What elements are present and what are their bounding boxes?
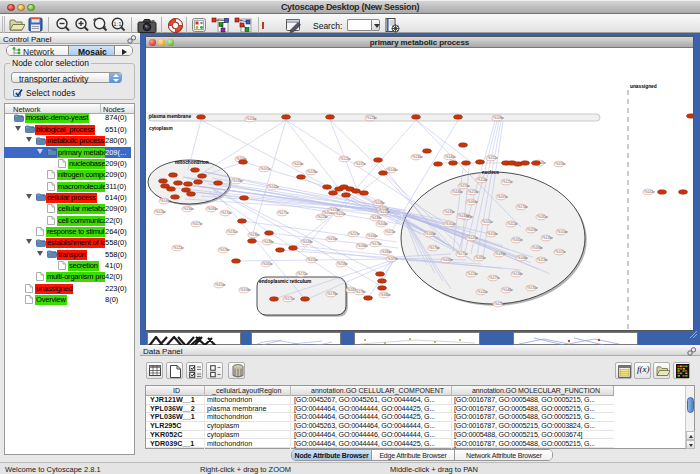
- svg-text:Yk135w: Yk135w: [527, 286, 539, 290]
- svg-text:1:1: 1:1: [113, 21, 122, 27]
- svg-text:Yk130w: Yk130w: [412, 155, 424, 159]
- svg-text:Yk118w: Yk118w: [329, 208, 340, 212]
- svg-text:Yk160w: Yk160w: [467, 200, 479, 204]
- svg-text:Yk166w: Yk166w: [357, 244, 369, 248]
- svg-text:Yk151w: Yk151w: [307, 258, 319, 262]
- svg-text:Yk114w: Yk114w: [477, 178, 488, 182]
- svg-text:Yk104w: Yk104w: [377, 222, 389, 226]
- svg-text:Yk148w: Yk148w: [502, 288, 514, 292]
- svg-text:Yk150w: Yk150w: [327, 237, 339, 241]
- svg-text:Yk149w: Yk149w: [160, 199, 172, 203]
- svg-text:Yk123w: Yk123w: [366, 116, 378, 120]
- svg-text:Yk176w: Yk176w: [429, 246, 441, 250]
- svg-text:Yk177w: Yk177w: [278, 211, 290, 215]
- svg-text:Yk128w: Yk128w: [307, 170, 319, 174]
- svg-text:Yk146w: Yk146w: [452, 190, 464, 194]
- svg-text:Yk157w: Yk157w: [349, 232, 361, 236]
- svg-text:Yk183w: Yk183w: [425, 232, 437, 236]
- svg-text:unassigned: unassigned: [630, 84, 657, 89]
- svg-text:Yk147w: Yk147w: [467, 236, 479, 240]
- svg-text:Yk152w: Yk152w: [487, 156, 499, 160]
- svg-text:Yk101w: Yk101w: [335, 212, 347, 216]
- svg-text:Yk139w: Yk139w: [371, 216, 383, 220]
- svg-text:Yk161w: Yk161w: [512, 238, 524, 242]
- svg-text:Yk136w: Yk136w: [249, 233, 261, 237]
- svg-text:plasma membrane: plasma membrane: [149, 114, 191, 119]
- svg-text:Yk180w: Yk180w: [381, 250, 393, 254]
- svg-text:Yk167w: Yk167w: [497, 195, 509, 199]
- svg-text:cytoplasm: cytoplasm: [149, 126, 173, 131]
- svg-text:Yk100w: Yk100w: [557, 230, 569, 234]
- svg-text:Yk178w: Yk178w: [327, 292, 339, 296]
- svg-text:Yk172w: Yk172w: [297, 272, 309, 276]
- svg-text:Yk137w: Yk137w: [355, 162, 367, 166]
- svg-text:Yk181w: Yk181w: [537, 215, 549, 219]
- svg-text:Yk159w: Yk159w: [555, 162, 567, 166]
- svg-text:Yk153w: Yk153w: [468, 190, 480, 194]
- svg-text:Yk116w: Yk116w: [246, 117, 257, 121]
- svg-text:Yk131w: Yk131w: [227, 230, 239, 234]
- svg-text:Yk106w: Yk106w: [517, 256, 529, 260]
- svg-text:Yk174w: Yk174w: [517, 205, 529, 209]
- svg-text:Yk143w: Yk143w: [302, 240, 314, 244]
- svg-text:Yk132w: Yk132w: [379, 210, 391, 214]
- svg-text:Yk155w: Yk155w: [459, 184, 471, 188]
- svg-text:Yk187w: Yk187w: [387, 257, 399, 261]
- svg-text:Yk182w: Yk182w: [475, 256, 487, 260]
- svg-text:Yk162w: Yk162w: [445, 222, 457, 226]
- svg-text:Yk142w: Yk142w: [644, 190, 656, 194]
- svg-text:Yk124w: Yk124w: [155, 210, 167, 214]
- svg-text:Yk164w: Yk164w: [367, 234, 379, 238]
- svg-text:Yk179w: Yk179w: [355, 290, 367, 294]
- svg-text:Yk121w: Yk121w: [502, 180, 514, 184]
- svg-text:Yk170w: Yk170w: [221, 211, 233, 215]
- svg-text:Yk158w: Yk158w: [337, 262, 349, 266]
- svg-text:Yk156w: Yk156w: [183, 207, 195, 211]
- svg-text:Yk111w: Yk111w: [385, 230, 396, 234]
- svg-text:Yk107w: Yk107w: [260, 167, 272, 171]
- svg-text:Yk163w: Yk163w: [207, 207, 219, 211]
- svg-text:Yk113w: Yk113w: [537, 258, 548, 262]
- svg-text:Yk105w: Yk105w: [482, 220, 494, 224]
- svg-text:Yk189w: Yk189w: [495, 252, 507, 256]
- svg-text:Yk108w: Yk108w: [374, 201, 386, 205]
- svg-text:Yk125w: Yk125w: [317, 215, 329, 219]
- svg-text:Yk171w: Yk171w: [284, 297, 296, 301]
- svg-text:Yk142w: Yk142w: [268, 185, 280, 189]
- svg-text:Yk120w: Yk120w: [467, 272, 479, 276]
- svg-text:Yk133w: Yk133w: [444, 210, 456, 214]
- svg-text:Yk103w: Yk103w: [240, 288, 252, 292]
- svg-text:Yk135w: Yk135w: [232, 179, 244, 183]
- svg-text:Yk145w: Yk145w: [445, 155, 457, 159]
- svg-text:Yk144w: Yk144w: [387, 168, 399, 172]
- svg-text:Yk141w: Yk141w: [477, 290, 489, 294]
- svg-text:Yk154w: Yk154w: [487, 232, 499, 236]
- svg-text:Yk122w: Yk122w: [173, 246, 185, 250]
- svg-text:Yk168w: Yk168w: [532, 246, 544, 250]
- svg-text:endoplasmic reticulum: endoplasmic reticulum: [259, 279, 311, 284]
- svg-text:Yk107w: Yk107w: [555, 250, 567, 254]
- svg-text:Yk109w: Yk109w: [493, 116, 505, 120]
- svg-text:mitochondrion: mitochondrion: [175, 160, 209, 165]
- svg-text:Yk140w: Yk140w: [458, 214, 470, 218]
- svg-text:Yk128w: Yk128w: [494, 302, 506, 306]
- svg-text:Yk112w: Yk112w: [507, 222, 518, 226]
- svg-text:Yk134w: Yk134w: [512, 272, 524, 276]
- svg-text:Yk138w: Yk138w: [263, 240, 275, 244]
- svg-text:Yk114w: Yk114w: [293, 162, 304, 166]
- svg-text:Yk165w: Yk165w: [262, 262, 274, 266]
- svg-text:Yk119w: Yk119w: [527, 228, 538, 232]
- svg-text:Yk173w: Yk173w: [371, 242, 383, 246]
- svg-text:Yk127w: Yk127w: [489, 276, 501, 280]
- svg-text:Yk121w: Yk121w: [340, 157, 352, 161]
- svg-text:Yk175w: Yk175w: [457, 252, 469, 256]
- svg-text:Yk126w: Yk126w: [542, 236, 554, 240]
- svg-text:Yk117w: Yk117w: [192, 222, 203, 226]
- svg-text:Yk129w: Yk129w: [219, 248, 231, 252]
- svg-text:Yk110w: Yk110w: [215, 283, 226, 287]
- svg-text:Yk169w: Yk169w: [442, 258, 454, 262]
- svg-text:Yk186w: Yk186w: [380, 293, 392, 297]
